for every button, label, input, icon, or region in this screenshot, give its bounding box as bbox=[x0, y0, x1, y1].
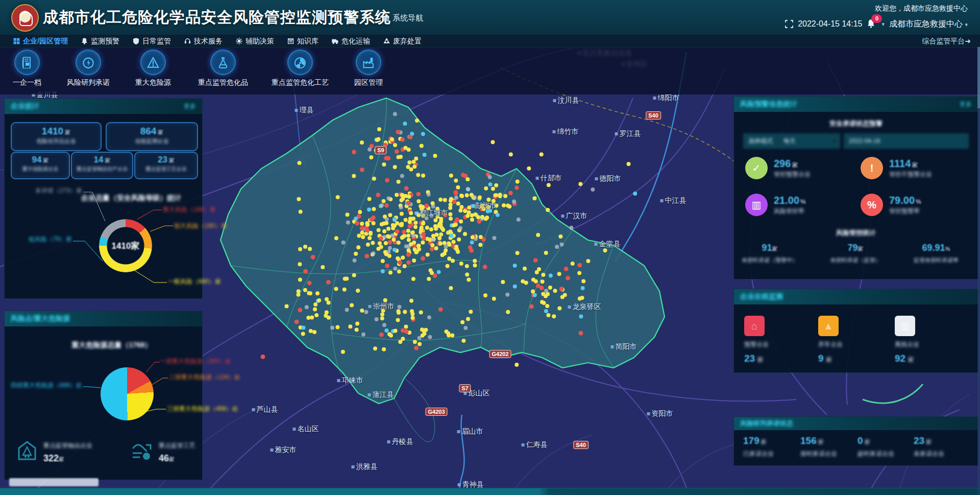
enterprise-dot[interactable] bbox=[404, 324, 408, 328]
enterprise-dot[interactable] bbox=[372, 221, 376, 225]
enterprise-dot[interactable] bbox=[334, 236, 338, 240]
enterprise-dot[interactable] bbox=[285, 304, 289, 308]
enterprise-dot[interactable] bbox=[394, 329, 398, 333]
enterprise-dot[interactable] bbox=[416, 192, 421, 197]
enterprise-dot[interactable] bbox=[459, 262, 463, 266]
enterprise-dot[interactable] bbox=[452, 200, 457, 204]
enterprise-dot[interactable] bbox=[412, 164, 416, 169]
enterprise-dot[interactable] bbox=[327, 301, 331, 305]
enterprise-dot[interactable] bbox=[354, 217, 358, 221]
enterprise-dot[interactable] bbox=[465, 264, 469, 268]
enterprise-dot[interactable] bbox=[420, 144, 424, 148]
enterprise-dot[interactable] bbox=[406, 201, 411, 205]
enterprise-dot[interactable] bbox=[400, 137, 405, 142]
enterprise-dot[interactable] bbox=[404, 218, 408, 222]
enterprise-dot[interactable] bbox=[470, 213, 474, 217]
enterprise-dot[interactable] bbox=[372, 251, 376, 255]
enterprise-dot[interactable] bbox=[429, 268, 433, 272]
enterprise-dot[interactable] bbox=[385, 328, 389, 333]
enterprise-dot[interactable] bbox=[385, 217, 389, 221]
enterprise-dot[interactable] bbox=[384, 252, 388, 256]
enterprise-dot[interactable] bbox=[558, 234, 562, 239]
enterprise-dot[interactable] bbox=[494, 193, 498, 197]
enterprise-dot[interactable] bbox=[494, 183, 498, 187]
enterprise-dot[interactable] bbox=[298, 262, 302, 266]
enterprise-dot[interactable] bbox=[414, 156, 418, 160]
enterprise-dot[interactable] bbox=[380, 316, 384, 320]
enterprise-dot[interactable] bbox=[357, 234, 361, 238]
enterprise-dot[interactable] bbox=[402, 234, 406, 238]
enterprise-dot[interactable] bbox=[360, 226, 364, 231]
enterprise-dot[interactable] bbox=[341, 350, 345, 354]
enterprise-dot[interactable] bbox=[398, 305, 402, 309]
enterprise-dot[interactable] bbox=[580, 296, 584, 300]
enterprise-dot[interactable] bbox=[563, 293, 567, 297]
enterprise-dot[interactable] bbox=[532, 196, 536, 200]
enterprise-dot[interactable] bbox=[388, 246, 392, 250]
enterprise-dot[interactable] bbox=[391, 238, 396, 242]
enterprise-dot[interactable] bbox=[406, 252, 411, 257]
enterprise-dot[interactable] bbox=[404, 186, 409, 191]
enterprise-dot[interactable] bbox=[360, 222, 364, 226]
enterprise-dot[interactable] bbox=[409, 168, 413, 172]
chengdu-region[interactable] bbox=[220, 98, 665, 404]
enterprise-dot[interactable] bbox=[447, 334, 451, 338]
enterprise-dot[interactable] bbox=[352, 273, 356, 277]
enterprise-dot[interactable] bbox=[308, 247, 312, 251]
enterprise-dot[interactable] bbox=[433, 273, 437, 278]
enterprise-dot[interactable] bbox=[313, 302, 317, 307]
nav-item-2[interactable]: 监测预警 bbox=[81, 37, 119, 46]
enterprise-dot[interactable] bbox=[459, 205, 463, 209]
enterprise-dot[interactable] bbox=[467, 210, 471, 215]
enterprise-dot[interactable] bbox=[513, 285, 517, 289]
enterprise-dot[interactable] bbox=[465, 273, 469, 277]
enterprise-dot[interactable] bbox=[377, 127, 381, 131]
enterprise-dot[interactable] bbox=[512, 200, 516, 204]
enterprise-dot[interactable] bbox=[352, 174, 356, 178]
enterprise-dot[interactable] bbox=[465, 177, 470, 181]
enterprise-dot[interactable] bbox=[430, 247, 434, 251]
enterprise-dot[interactable] bbox=[343, 277, 347, 281]
enterprise-dot[interactable] bbox=[480, 215, 484, 219]
enterprise-dot[interactable] bbox=[437, 270, 441, 274]
enterprise-dot[interactable] bbox=[449, 174, 453, 178]
enterprise-dot[interactable] bbox=[408, 224, 412, 228]
enterprise-dot[interactable] bbox=[361, 235, 365, 239]
enterprise-dot[interactable] bbox=[378, 241, 382, 245]
enterprise-dot[interactable] bbox=[449, 286, 453, 290]
enterprise-dot[interactable] bbox=[457, 238, 461, 242]
enterprise-dot[interactable] bbox=[433, 218, 437, 222]
enterprise-dot[interactable] bbox=[393, 143, 397, 147]
enterprise-dot[interactable] bbox=[399, 155, 403, 159]
enterprise-dot[interactable] bbox=[375, 138, 379, 142]
enterprise-dot[interactable] bbox=[427, 193, 431, 197]
enterprise-dot[interactable] bbox=[379, 333, 384, 337]
enterprise-dot[interactable] bbox=[603, 248, 607, 252]
enterprise-dot[interactable] bbox=[375, 317, 379, 321]
enterprise-dot[interactable] bbox=[460, 194, 464, 198]
enterprise-dot[interactable] bbox=[466, 187, 470, 191]
enterprise-dot[interactable] bbox=[321, 265, 325, 269]
enterprise-dot[interactable] bbox=[421, 132, 425, 136]
notification-bell[interactable]: 0 bbox=[867, 18, 877, 30]
enterprise-dot[interactable] bbox=[348, 324, 352, 328]
nav-item-6[interactable]: 知识库 bbox=[287, 37, 318, 46]
enterprise-dot[interactable] bbox=[488, 182, 493, 186]
enterprise-dot[interactable] bbox=[454, 191, 458, 196]
enterprise-dot[interactable] bbox=[396, 256, 400, 261]
enterprise-dot[interactable] bbox=[416, 173, 420, 177]
enterprise-dot[interactable] bbox=[454, 245, 458, 249]
enterprise-dot[interactable] bbox=[458, 208, 462, 213]
enterprise-dot[interactable] bbox=[307, 281, 312, 286]
enterprise-dot[interactable] bbox=[381, 269, 385, 273]
enterprise-dot[interactable] bbox=[438, 307, 443, 312]
nav-item-5[interactable]: 辅助决策 bbox=[236, 37, 274, 46]
enterprise-dot[interactable] bbox=[414, 346, 419, 350]
enterprise-dot[interactable] bbox=[307, 291, 311, 295]
system-nav-button[interactable]: ▦系统导航 bbox=[383, 13, 423, 23]
enterprise-dot[interactable] bbox=[401, 337, 405, 341]
enterprise-dot[interactable] bbox=[396, 318, 400, 322]
enterprise-dot[interactable] bbox=[459, 219, 463, 223]
enterprise-dot[interactable] bbox=[360, 168, 364, 172]
enterprise-dot[interactable] bbox=[301, 332, 305, 336]
